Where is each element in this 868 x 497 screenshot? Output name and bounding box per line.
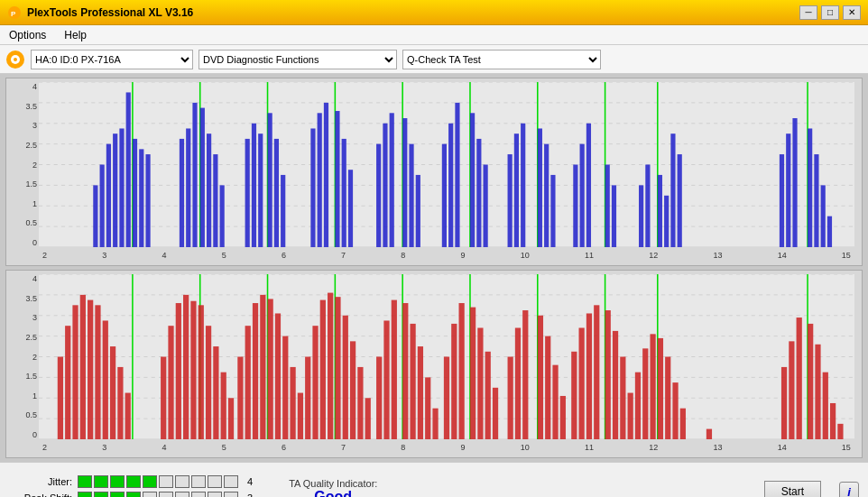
svg-rect-180 [680,409,686,439]
svg-rect-172 [628,393,633,439]
app-icon: P [7,5,22,20]
svg-rect-81 [786,133,790,247]
peak-seg-9 [208,492,222,497]
svg-rect-122 [260,295,265,439]
svg-rect-78 [670,133,675,247]
svg-rect-48 [390,113,394,247]
svg-rect-170 [613,331,618,439]
svg-rect-119 [237,357,243,440]
svg-rect-25 [186,128,190,247]
svg-rect-124 [268,299,273,439]
svg-rect-86 [821,185,826,247]
svg-rect-130 [312,326,318,439]
svg-rect-71 [605,165,610,248]
svg-rect-21 [133,139,137,247]
svg-rect-110 [176,303,181,439]
svg-rect-57 [470,113,475,247]
device-dropdown[interactable]: HA:0 ID:0 PX-716A [31,50,193,69]
svg-rect-22 [139,149,143,247]
svg-rect-77 [664,196,669,247]
svg-rect-79 [678,154,682,247]
svg-rect-17 [113,133,117,247]
svg-rect-34 [258,133,263,247]
svg-rect-111 [183,295,189,439]
svg-rect-164 [571,352,577,439]
svg-rect-103 [95,305,100,439]
svg-rect-18 [119,128,124,247]
svg-rect-84 [808,128,812,247]
svg-rect-157 [515,327,521,439]
svg-rect-97 [58,357,63,440]
title-bar: P PlexTools Professional XL V3.16 ─ □ ✕ [0,0,868,25]
svg-rect-65 [544,144,549,247]
svg-rect-39 [310,128,315,247]
svg-rect-23 [145,154,150,247]
svg-rect-143 [402,303,408,439]
maximize-button[interactable]: □ [821,5,839,20]
svg-rect-109 [168,326,173,439]
svg-rect-158 [522,310,528,439]
svg-rect-188 [823,373,828,439]
svg-rect-162 [552,365,558,439]
jitter-row: Jitter: 4 [9,475,253,488]
svg-rect-141 [392,300,397,439]
svg-rect-184 [797,318,802,439]
peak-seg-4 [126,492,141,497]
info-button[interactable]: i [839,482,859,497]
svg-rect-40 [318,113,322,247]
svg-rect-144 [410,324,415,439]
close-button[interactable]: ✕ [843,5,861,20]
menu-bar: Options Help [0,25,868,45]
minimize-button[interactable]: ─ [799,5,817,20]
top-chart-x-axis: 2 3 4 5 6 7 8 9 10 11 12 13 14 15 [39,247,854,263]
svg-rect-105 [110,346,115,439]
svg-rect-181 [706,429,712,439]
menu-help[interactable]: Help [60,27,90,43]
svg-rect-153 [477,327,483,439]
ta-quality-label: TA Quality Indicator: [289,478,377,489]
svg-rect-113 [190,301,196,439]
svg-rect-50 [402,118,407,247]
jitter-seg-4 [126,475,141,488]
jitter-label: Jitter: [9,476,72,487]
svg-rect-74 [645,165,650,248]
svg-rect-98 [65,326,70,439]
ta-quality-section: TA Quality Indicator: Good [289,478,377,497]
jitter-progress [78,475,238,488]
menu-options[interactable]: Options [5,27,50,43]
peak-seg-1 [78,492,92,497]
start-button[interactable]: Start [764,481,821,497]
svg-rect-64 [538,128,542,247]
svg-rect-183 [789,341,794,439]
svg-rect-114 [199,305,204,439]
svg-rect-26 [192,103,197,247]
svg-rect-59 [484,165,488,248]
svg-rect-44 [342,139,346,247]
function-dropdown[interactable]: DVD Diagnostic Functions [199,50,397,69]
svg-rect-52 [416,175,420,247]
svg-rect-121 [253,303,258,439]
svg-rect-147 [432,409,438,439]
svg-rect-117 [221,373,226,439]
svg-rect-51 [409,144,413,247]
svg-rect-37 [274,139,279,247]
svg-rect-135 [343,316,348,439]
svg-rect-140 [383,320,389,439]
svg-rect-160 [538,316,543,439]
top-chart-inner [39,82,854,247]
svg-rect-82 [792,118,797,247]
svg-rect-16 [106,144,111,247]
svg-rect-115 [206,326,211,439]
test-dropdown[interactable]: Q-Check TA Test [402,50,601,69]
svg-rect-85 [814,154,818,247]
jitter-seg-9 [208,475,222,488]
svg-rect-169 [605,310,611,439]
svg-rect-15 [100,165,105,248]
svg-rect-139 [376,357,382,440]
svg-rect-167 [594,305,599,439]
svg-rect-129 [305,357,310,440]
metrics-section: Jitter: 4 Peak Shift: [9,475,253,497]
svg-rect-156 [508,357,513,440]
svg-rect-118 [228,398,234,439]
svg-rect-166 [586,313,592,439]
